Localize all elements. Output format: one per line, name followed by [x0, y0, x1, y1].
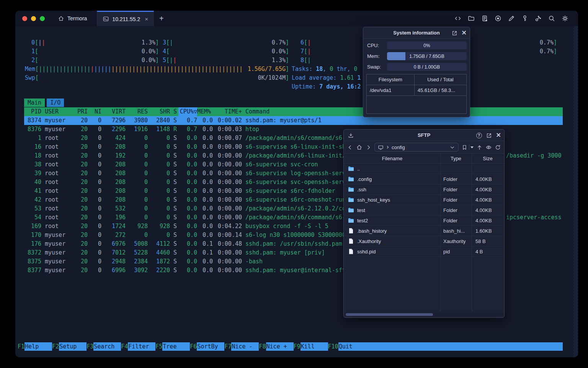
column-divider: [440, 153, 441, 311]
fkey-action-help[interactable]: Help: [24, 342, 52, 351]
fkey-action-quit[interactable]: Quit: [338, 342, 366, 351]
col-header-cpu[interactable]: CPU%▽: [178, 107, 197, 116]
fkey-action-setup[interactable]: Setup: [59, 342, 87, 351]
new-tab-button[interactable]: +: [154, 11, 169, 26]
minimize-window-button[interactable]: [31, 16, 36, 21]
fkey-action-kill[interactable]: Kill: [301, 342, 328, 351]
col-header-pid[interactable]: PID: [24, 107, 41, 116]
fkey-f6[interactable]: F6: [190, 342, 197, 351]
fkey-f2[interactable]: F2: [52, 342, 59, 351]
fkey-action-nice[interactable]: Nice -: [231, 342, 259, 351]
col-header-mem[interactable]: MEM%: [197, 107, 213, 116]
close-icon[interactable]: ✕: [496, 132, 501, 138]
help-icon[interactable]: ?: [476, 133, 482, 138]
system-information-title[interactable]: System information ✕: [363, 27, 470, 39]
filesystem-used-total: 45.61GB / 58.3...: [415, 85, 466, 95]
download-icon[interactable]: [348, 132, 354, 139]
file-name: sshd.pid: [357, 249, 376, 255]
sftp-list-header[interactable]: Filename Type Size: [344, 153, 504, 164]
sftp-horizontal-scrollbar[interactable]: [345, 312, 503, 316]
file-type: Folder: [440, 197, 472, 203]
fkey-f1[interactable]: F1: [18, 342, 24, 351]
file-type: Folder: [440, 187, 472, 192]
sftp-file-list: Filename Type Size ...configFolder4.00KB…: [344, 153, 504, 311]
forward-icon[interactable]: [365, 144, 372, 151]
bookmark-split-button[interactable]: [461, 144, 474, 151]
refresh-icon[interactable]: [495, 144, 501, 151]
htop-view-tabs: MainI/O: [24, 99, 66, 107]
process-row[interactable]: 8374myuser200729639802840S0.70.00:00.02s…: [24, 116, 563, 125]
titlebar-toolbar: [454, 11, 578, 26]
file-row[interactable]: testFolder4.00KB: [344, 205, 504, 215]
file-row[interactable]: .sshFolder4.00KB: [344, 184, 504, 195]
file-name: .ssh: [357, 187, 366, 192]
fkey-f5[interactable]: F5: [155, 342, 162, 351]
fkey-f10[interactable]: F10: [328, 342, 338, 351]
close-icon[interactable]: ✕: [462, 30, 467, 36]
fkey-f8[interactable]: F8: [259, 342, 266, 351]
file-row[interactable]: ssh_host_keysFolder4.00KB: [344, 195, 504, 205]
col-header-shr[interactable]: SHR: [148, 107, 170, 116]
edit-icon[interactable]: [508, 15, 515, 22]
process-table-header[interactable]: PIDUSERPRINIVIRTRESSHRSCPU%▽MEM%TIME+Com…: [24, 107, 563, 116]
file-row[interactable]: .bash_historybash_hi...1.60KB: [344, 226, 504, 236]
chevron-down-icon[interactable]: [449, 144, 456, 151]
tab-session[interactable]: 10.211.55.2 ×: [97, 11, 154, 26]
up-directory-icon[interactable]: [476, 144, 483, 151]
terminal-scrollbar[interactable]: [573, 26, 578, 357]
folder-icon: [348, 217, 354, 223]
show-hidden-icon[interactable]: [485, 144, 492, 151]
fkey-f3[interactable]: F3: [87, 342, 93, 351]
col-header-virt[interactable]: VIRT: [101, 107, 126, 116]
col-header-res[interactable]: RES: [126, 107, 148, 116]
fkey-action-nice[interactable]: Nice +: [266, 342, 294, 351]
fkey-action-sortby[interactable]: SortBy: [197, 342, 224, 351]
file-row[interactable]: .XauthorityXauthority58 B: [344, 236, 504, 246]
fkey-action-tree[interactable]: Tree: [162, 342, 190, 351]
home-icon[interactable]: [356, 144, 363, 151]
fkey-f9[interactable]: F9: [294, 342, 301, 351]
sftp-title[interactable]: SFTP ? ✕: [344, 130, 504, 141]
settings-icon[interactable]: [561, 15, 569, 22]
file-row[interactable]: .configFolder4.00KB: [344, 174, 504, 184]
open-in-window-icon[interactable]: [486, 132, 492, 139]
termora-window: Termora 10.211.55.2 × + 0[||1.3%]1[0.0%]…: [15, 11, 578, 357]
fkey-action-search[interactable]: Search: [93, 342, 121, 351]
tab-home[interactable]: Termora: [52, 11, 97, 26]
fkey-f4[interactable]: F4: [121, 342, 128, 351]
col-header-user[interactable]: USER: [41, 107, 70, 116]
sftp-toolbar: config: [344, 141, 504, 153]
file-row[interactable]: sshd.pidpid4 B: [344, 246, 504, 257]
tab-close-icon[interactable]: ×: [145, 16, 148, 22]
open-in-window-icon[interactable]: [451, 30, 458, 36]
keychain-icon[interactable]: [534, 15, 542, 22]
zoom-window-button[interactable]: [40, 16, 45, 21]
uptime-line: Uptime: 7 days, 16:2: [292, 82, 361, 91]
file-name: ssh_host_keys: [357, 197, 390, 203]
search-icon[interactable]: [548, 15, 555, 22]
fkey-f7[interactable]: F7: [224, 342, 231, 351]
col-header-ni[interactable]: NI: [88, 107, 101, 116]
htop-tab-main[interactable]: Main: [24, 99, 45, 107]
key-icon[interactable]: [521, 15, 529, 22]
path-input[interactable]: config: [374, 143, 459, 152]
file-name: ..: [357, 166, 360, 172]
sftp-scrollbar-thumb[interactable]: [346, 313, 433, 316]
load-average-line: Load average: 1.61 1: [292, 74, 361, 82]
col-header-s[interactable]: S: [170, 107, 178, 116]
back-icon[interactable]: [347, 144, 353, 151]
file-row[interactable]: ..: [344, 164, 504, 174]
htop-tab-io[interactable]: I/O: [47, 99, 64, 107]
fkey-action-filter[interactable]: Filter: [128, 342, 155, 351]
col-header-time[interactable]: TIME+: [213, 107, 242, 116]
filesystem-row[interactable]: /dev/vda1 45.61GB / 58.3...: [367, 85, 466, 96]
close-window-button[interactable]: [22, 16, 27, 21]
log-icon[interactable]: [481, 15, 488, 22]
tab-session-label: 10.211.55.2: [112, 16, 140, 22]
record-icon[interactable]: [494, 15, 502, 22]
file-row[interactable]: test2Folder4.00KB: [344, 215, 504, 226]
col-header-pri[interactable]: PRI: [70, 107, 88, 116]
folder-icon[interactable]: [467, 15, 475, 22]
filesystem-col-header: Filesystem: [367, 74, 415, 85]
code-icon[interactable]: [454, 15, 462, 22]
